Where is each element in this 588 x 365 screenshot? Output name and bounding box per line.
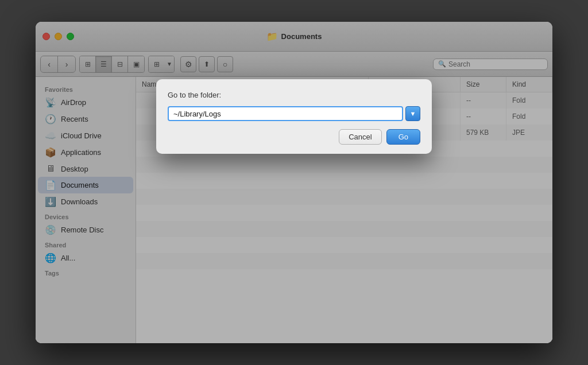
modal-buttons: Cancel Go (168, 129, 420, 145)
folder-dropdown-button[interactable]: ▼ (405, 106, 420, 121)
goto-folder-modal: Go to the folder: ▼ Cancel Go (156, 79, 432, 154)
go-button[interactable]: Go (386, 129, 420, 145)
cancel-button[interactable]: Cancel (339, 129, 381, 145)
modal-input-row: ▼ (168, 106, 420, 121)
finder-window: 📁 Documents ‹ › ⊞ ☰ ⊟ ▣ ⊞ ▼ ⚙ ⬆ ○ 🔍 (36, 22, 552, 343)
dropdown-chevron-icon: ▼ (410, 110, 416, 117)
modal-overlay: Go to the folder: ▼ Cancel Go (36, 22, 552, 343)
folder-path-input[interactable] (168, 106, 403, 121)
modal-title: Go to the folder: (168, 91, 420, 99)
